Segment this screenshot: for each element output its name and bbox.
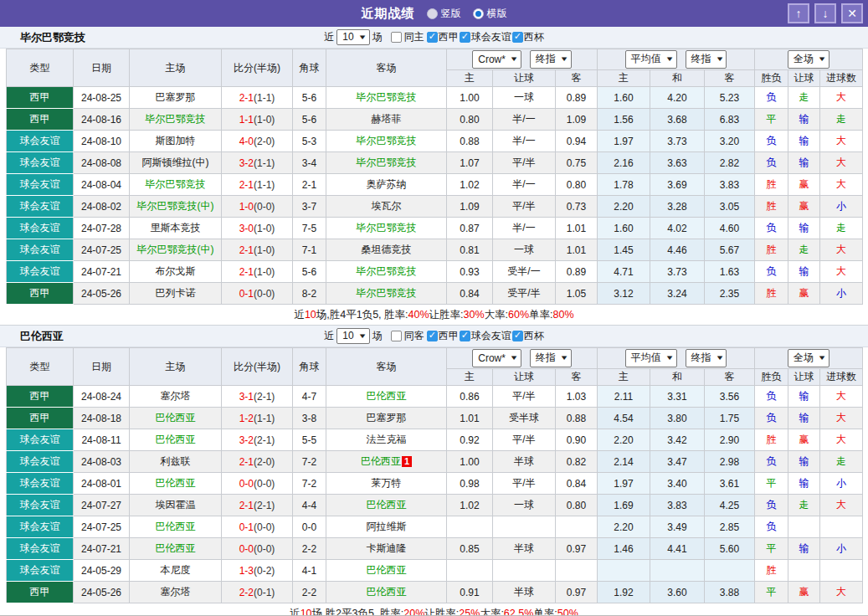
league-checkbox-label[interactable]: 西杯 bbox=[524, 329, 544, 343]
result-goals: 小 bbox=[820, 473, 863, 495]
home-team: 埃因霍温 bbox=[130, 495, 222, 516]
odds-handicap: 平/半 bbox=[493, 196, 556, 218]
radio-vertical-icon[interactable] bbox=[427, 8, 438, 19]
match-date: 24-08-16 bbox=[74, 109, 130, 131]
avg-away: 2.82 bbox=[705, 152, 755, 174]
league-checkbox[interactable] bbox=[427, 331, 438, 341]
same-venue-label[interactable]: 同主 bbox=[404, 30, 424, 44]
same-venue-label[interactable]: 同客 bbox=[404, 329, 424, 343]
match-type-badge: 球会友谊 bbox=[7, 174, 74, 196]
avg-home: 4.54 bbox=[598, 408, 650, 429]
corner-score: 4-4 bbox=[293, 495, 326, 516]
avg-time-select[interactable]: 终指▼ bbox=[686, 50, 727, 69]
corner-score: 5-3 bbox=[293, 131, 326, 152]
chevron-down-icon: ▼ bbox=[715, 354, 724, 362]
col-type: 类型 bbox=[7, 348, 74, 386]
scope-select[interactable]: 全场▼ bbox=[788, 349, 829, 367]
odds-handicap: 半/一 bbox=[493, 174, 556, 196]
away-team: 巴伦西亚 bbox=[326, 495, 447, 516]
match-date: 24-08-10 bbox=[74, 131, 130, 152]
odds-source-select[interactable]: Crow*▼ bbox=[472, 50, 521, 69]
avg-away: 1.63 bbox=[705, 261, 755, 283]
odds-handicap: 受半球 bbox=[493, 408, 556, 429]
match-row: 球会友谊24-07-25巴伦西亚0-1(0-0)0-0阿拉维斯2.203.492… bbox=[7, 516, 863, 538]
corner-score: 4-1 bbox=[293, 560, 326, 582]
radio-horizontal-layout[interactable]: 横版 bbox=[473, 7, 507, 21]
league-checkbox[interactable] bbox=[427, 32, 438, 43]
same-venue-checkbox[interactable] bbox=[391, 32, 402, 43]
avg-source-select[interactable]: 平均值▼ bbox=[625, 50, 677, 69]
chevron-down-icon: ▼ bbox=[559, 354, 568, 362]
close-button[interactable]: ✕ bbox=[841, 3, 863, 23]
away-team: 巴伦西亚 bbox=[326, 386, 447, 408]
move-down-button[interactable]: ↓ bbox=[814, 3, 836, 23]
match-count-select[interactable]: 10▼ bbox=[336, 29, 369, 45]
league-checkbox[interactable] bbox=[460, 331, 470, 341]
home-team: 巴伦西亚 bbox=[130, 408, 222, 429]
home-team: 巴伦西亚 bbox=[130, 516, 222, 538]
move-up-button[interactable]: ↑ bbox=[788, 3, 809, 23]
odds-time-select[interactable]: 终指▼ bbox=[530, 50, 572, 69]
league-checkbox-label[interactable]: 西甲 bbox=[439, 30, 459, 44]
odds-home: 0.81 bbox=[447, 239, 493, 261]
avg-draw: 3.63 bbox=[650, 152, 705, 174]
away-team: 巴伦西亚1 bbox=[326, 451, 447, 473]
avg-source-select[interactable]: 平均值▼ bbox=[625, 349, 677, 367]
avg-time-select[interactable]: 终指▼ bbox=[686, 349, 727, 367]
summary-text: 20% bbox=[403, 608, 424, 616]
league-checkbox-label[interactable]: 西甲 bbox=[439, 329, 459, 343]
record-summary: 近10场,胜2平3负5, 胜率:20% 让胜率:25% 大率:62.5% 单率:… bbox=[0, 603, 868, 616]
league-checkbox[interactable] bbox=[460, 32, 470, 43]
match-date: 24-07-28 bbox=[74, 218, 130, 239]
col-corner: 角球 bbox=[293, 49, 326, 87]
match-count-select[interactable]: 10▼ bbox=[336, 328, 369, 344]
odds-home: 0.91 bbox=[447, 582, 493, 603]
match-date: 24-07-27 bbox=[74, 495, 130, 516]
match-type-badge: 西甲 bbox=[7, 386, 74, 408]
radio-vertical-layout[interactable]: 竖版 bbox=[427, 7, 461, 21]
match-row: 球会友谊24-07-28里斯本竞技3-0(1-0)7-5毕尔巴鄂竞技0.87半/… bbox=[7, 218, 863, 239]
avg-home: 1.97 bbox=[598, 131, 650, 152]
avg-home: 2.14 bbox=[598, 451, 650, 473]
radio-horizontal-icon[interactable] bbox=[473, 8, 484, 19]
chevron-down-icon: ▼ bbox=[357, 332, 367, 340]
home-team: 毕尔巴鄂竞技 bbox=[130, 174, 222, 196]
summary-text: 30% bbox=[464, 309, 485, 321]
avg-away: 2.90 bbox=[705, 429, 755, 451]
same-venue-checkbox[interactable] bbox=[391, 331, 402, 341]
odds-source-select[interactable]: Crow*▼ bbox=[472, 349, 521, 367]
odds-away: 0.82 bbox=[556, 451, 598, 473]
league-checkbox-label[interactable]: 球会友谊 bbox=[471, 329, 511, 343]
corner-score: 5-6 bbox=[293, 109, 326, 131]
league-checkbox[interactable] bbox=[512, 331, 523, 341]
match-type-badge: 球会友谊 bbox=[7, 473, 74, 495]
league-checkbox-label[interactable]: 西杯 bbox=[524, 30, 544, 44]
corner-score: 5-5 bbox=[293, 429, 326, 451]
league-checkbox-label[interactable]: 球会友谊 bbox=[471, 30, 511, 44]
odds-home: 0.84 bbox=[447, 283, 493, 305]
odds-time-select[interactable]: 终指▼ bbox=[530, 349, 572, 367]
avg-home: 3.12 bbox=[598, 283, 650, 305]
match-score: 2-2(0-1) bbox=[222, 582, 293, 603]
match-score: 3-1(2-1) bbox=[222, 386, 293, 408]
away-team: 毕尔巴鄂竞技 bbox=[326, 261, 447, 283]
match-score: 2-1(1-1) bbox=[222, 174, 293, 196]
result-outcome: 胜 bbox=[755, 283, 788, 305]
odds-away: 0.89 bbox=[556, 87, 598, 109]
odds-home: 1.00 bbox=[447, 451, 493, 473]
match-date: 24-08-11 bbox=[74, 429, 130, 451]
corner-score: 5-6 bbox=[293, 261, 326, 283]
result-handicap: 输 bbox=[788, 152, 820, 174]
home-team: 毕尔巴鄂竞技(中) bbox=[130, 196, 222, 218]
league-checkbox[interactable] bbox=[512, 32, 523, 43]
match-date: 24-08-25 bbox=[74, 87, 130, 109]
scope-select[interactable]: 全场▼ bbox=[788, 50, 829, 69]
result-outcome: 负 bbox=[755, 152, 788, 174]
match-type-badge: 西甲 bbox=[7, 87, 74, 109]
odds-handicap: 平/半 bbox=[493, 429, 556, 451]
match-date: 24-07-25 bbox=[74, 239, 130, 261]
match-row: 球会友谊24-07-21布尔戈斯2-1(1-0)5-6毕尔巴鄂竞技0.93受半/… bbox=[7, 261, 863, 283]
match-date: 24-07-21 bbox=[74, 538, 130, 560]
home-team: 毕尔巴鄂竞技(中) bbox=[130, 239, 222, 261]
away-team: 莱万特 bbox=[326, 473, 447, 495]
